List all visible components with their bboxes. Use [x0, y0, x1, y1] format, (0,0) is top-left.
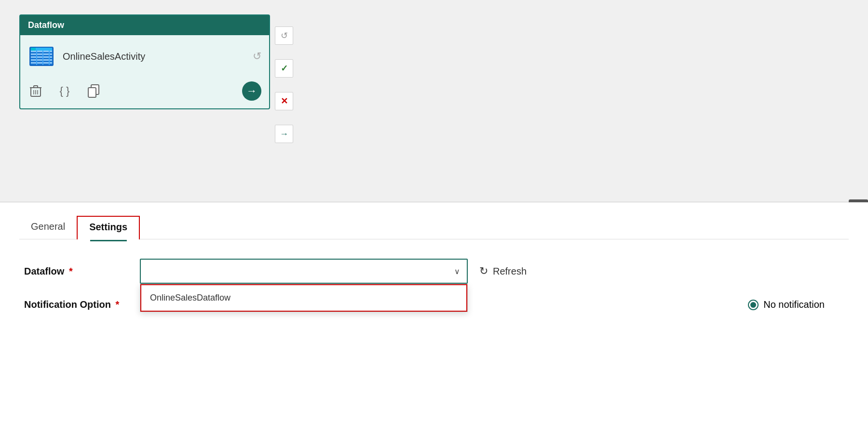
connector-success-icon[interactable]: ✓	[275, 59, 293, 78]
bottom-panel: General Settings Dataflow * ∨ Onl	[0, 202, 868, 421]
navigate-arrow-icon[interactable]: →	[242, 81, 261, 101]
activity-row: OnlineSalesActivity ↺	[28, 43, 261, 70]
dataflow-label: Dataflow *	[24, 266, 140, 277]
dataflow-card: Dataflow	[19, 14, 270, 109]
dataflow-required-star: *	[69, 266, 73, 276]
dataflow-dropdown-wrapper: ∨ OnlineSalesDataflow	[140, 259, 468, 284]
dataflow-card-title: Dataflow	[28, 20, 64, 30]
refresh-button[interactable]: ↻ Refresh	[479, 265, 527, 277]
tab-general[interactable]: General	[19, 216, 77, 239]
activity-name: OnlineSalesActivity	[63, 51, 145, 62]
notification-required-star: *	[116, 299, 120, 310]
refresh-icon: ↻	[479, 265, 488, 277]
card-actions-row: { } →	[28, 79, 261, 101]
connector-arrow-icon[interactable]: →	[275, 125, 293, 143]
json-braces-icon[interactable]: { }	[57, 83, 72, 99]
svg-rect-19	[88, 88, 96, 97]
refresh-label: Refresh	[493, 266, 527, 277]
no-notification-option[interactable]: No notification	[748, 299, 825, 310]
notification-label: Notification Option *	[24, 299, 140, 310]
no-notification-radio-circle	[748, 300, 759, 310]
activity-retry-icon: ↺	[253, 50, 261, 63]
dataflow-card-body: OnlineSalesActivity ↺ { }	[20, 35, 269, 108]
delete-icon[interactable]	[28, 83, 43, 99]
chevron-down-icon: ∨	[454, 267, 460, 276]
no-notification-label: No notification	[763, 299, 825, 310]
dataflow-card-header: Dataflow	[20, 15, 269, 35]
tabs-row: General Settings	[19, 202, 849, 239]
svg-rect-11	[31, 48, 36, 51]
side-connectors: ↺ ✓ ✕ →	[275, 26, 293, 143]
connector-failure-icon[interactable]: ✕	[275, 92, 293, 110]
dataflow-field-row: Dataflow * ∨ OnlineSalesDataflow ↻	[24, 259, 844, 284]
connector-retry-icon[interactable]: ↺	[275, 26, 293, 45]
dataflow-grid-icon	[28, 43, 55, 70]
tab-settings[interactable]: Settings	[77, 216, 140, 239]
dataflow-dropdown-menu: OnlineSalesDataflow	[140, 284, 468, 312]
settings-form: Dataflow * ∨ OnlineSalesDataflow ↻	[19, 259, 849, 310]
dataflow-dropdown[interactable]: ∨	[140, 259, 468, 284]
canvas-area: Dataflow	[0, 0, 868, 202]
copy-icon[interactable]	[86, 83, 101, 99]
dropdown-option-online-sales-dataflow[interactable]: OnlineSalesDataflow	[140, 284, 467, 312]
